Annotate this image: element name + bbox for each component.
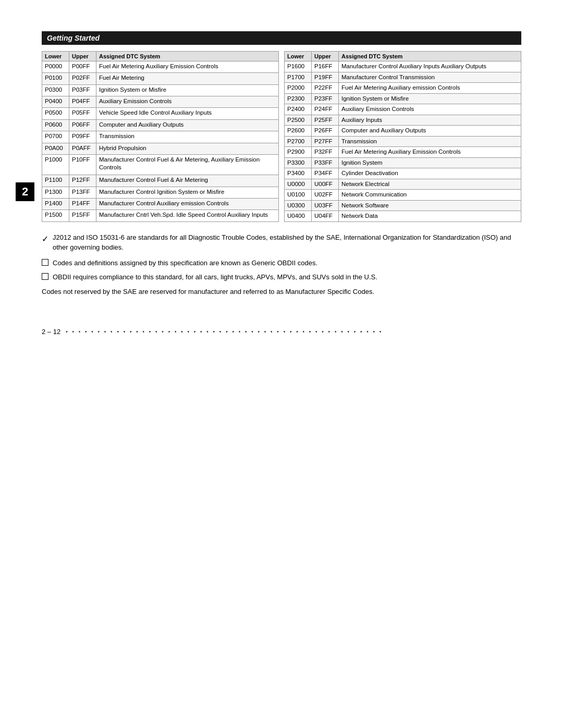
col-header-system-left: Assigned DTC System (96, 52, 279, 61)
col-header-lower-left: Lower (42, 52, 69, 61)
cell-upper: P26FF (312, 126, 339, 137)
cell-upper: P19FF (312, 72, 339, 83)
cell-lower: P2400 (285, 104, 312, 115)
table-row: P2000P22FFFuel Air Metering Auxiliary em… (285, 83, 521, 94)
cell-upper: P06FF (69, 119, 96, 131)
table-row: P2300P23FFIgnition System or Misfire (285, 93, 521, 104)
chapter-number: 2 (16, 182, 34, 201)
page-container: 2 Getting Started Lower Upper Assigned D… (42, 31, 521, 336)
note-plain: Codes not reserved by the SAE are reserv… (42, 287, 521, 297)
cell-upper: P10FF (69, 154, 96, 175)
cell-lower: P1000 (42, 154, 69, 175)
cell-system: Ignition System or Misfire (339, 93, 521, 104)
cell-system: Auxiliary Emission Controls (96, 96, 279, 108)
cell-system: Fuel Air Metering Auxiliary Emission Con… (96, 61, 279, 73)
cell-lower: P2600 (285, 126, 312, 137)
cell-system: Manufacturer Control Fuel & Air Metering (96, 175, 279, 187)
cell-upper: P32FF (312, 147, 339, 158)
cell-upper: P25FF (312, 115, 339, 126)
note-square: Codes and definitions assigned by this s… (42, 258, 521, 268)
table-row: P0000P00FFFuel Air Metering Auxiliary Em… (42, 61, 279, 73)
note-checkmark: ✓J2012 and ISO 15031-6 are standards for… (42, 232, 521, 253)
cell-system: Manufacturer Control Auxiliary Inputs Au… (339, 61, 521, 72)
cell-lower: U0300 (285, 200, 312, 211)
cell-system: Computer and Auxiliary Outputs (339, 126, 521, 137)
cell-lower: P0A00 (42, 143, 69, 154)
table-row: P0700P09FFTransmission (42, 131, 279, 143)
cell-system: Auxiliary Inputs (339, 115, 521, 126)
cell-lower: P0500 (42, 108, 69, 119)
table-row: U0300U03FFNetwork Software (285, 200, 521, 211)
cell-lower: P1300 (42, 187, 69, 198)
table-row: P0A00P0AFFHybrid Propulsion (42, 143, 279, 154)
cell-upper: P03FF (69, 84, 96, 96)
cell-upper: P15FF (69, 210, 96, 222)
cell-lower: P2900 (285, 147, 312, 158)
dtc-table-left: Lower Upper Assigned DTC System P0000P00… (42, 51, 279, 222)
table-row: U0000U00FFNetwork Electrical (285, 179, 521, 190)
col-header-upper-left: Upper (69, 52, 96, 61)
cell-lower: P0300 (42, 84, 69, 96)
table-row: P2500P25FFAuxiliary Inputs (285, 115, 521, 126)
cell-upper: P0AFF (69, 143, 96, 154)
cell-upper: P04FF (69, 96, 96, 108)
cell-upper: P00FF (69, 61, 96, 73)
cell-lower: P3400 (285, 168, 312, 179)
cell-system: Cylinder Deactivation (339, 168, 521, 179)
checkmark-icon: ✓ (42, 233, 48, 245)
cell-lower: P1100 (42, 175, 69, 187)
cell-upper: P02FF (69, 73, 96, 84)
cell-lower: P0100 (42, 73, 69, 84)
cell-lower: P2300 (285, 93, 312, 104)
cell-lower: P0700 (42, 131, 69, 143)
cell-upper: P16FF (312, 61, 339, 72)
cell-lower: P2000 (285, 83, 312, 94)
table-row: P1000P10FFManufacturer Control Fuel & Ai… (42, 154, 279, 175)
cell-upper: P09FF (69, 131, 96, 143)
cell-upper: P05FF (69, 108, 96, 119)
cell-system: Fuel Air Metering Auxiliary emission Con… (339, 83, 521, 94)
cell-system: Manufacturer Cntrl Veh.Spd. Idle Speed C… (96, 210, 279, 222)
square-icon (42, 259, 48, 266)
cell-system: Computer and Auxiliary Outputs (96, 119, 279, 131)
cell-lower: P0400 (42, 96, 69, 108)
note-text: J2012 and ISO 15031-6 are standards for … (53, 232, 521, 253)
cell-system: Fuel Air Metering Auxiliary Emission Con… (339, 147, 521, 158)
table-row: P3300P33FFIgnition System (285, 157, 521, 168)
table-row: P0300P03FFIgnition System or Misfire (42, 84, 279, 96)
cell-upper: P24FF (312, 104, 339, 115)
cell-upper: U04FF (312, 211, 339, 222)
table-row: P1500P15FFManufacturer Cntrl Veh.Spd. Id… (42, 210, 279, 222)
cell-system: Network Communication (339, 190, 521, 201)
cell-system: Network Data (339, 211, 521, 222)
cell-lower: P0600 (42, 119, 69, 131)
table-row: P3400P34FFCylinder Deactivation (285, 168, 521, 179)
cell-system: Manufacturer Control Auxiliary emission … (96, 198, 279, 209)
dtc-table-right: Lower Upper Assigned DTC System P1600P16… (284, 51, 521, 222)
page-number: 2 – 12 (42, 328, 60, 336)
table-row: P1100P12FFManufacturer Control Fuel & Ai… (42, 175, 279, 187)
table-row: P1600P16FFManufacturer Control Auxiliary… (285, 61, 521, 72)
table-row: P2700P27FFTransmission (285, 136, 521, 147)
cell-lower: P2500 (285, 115, 312, 126)
table-row: P2400P24FFAuxiliary Emission Controls (285, 104, 521, 115)
cell-system: Fuel Air Metering (96, 73, 279, 84)
table-row: P1400P14FFManufacturer Control Auxiliary… (42, 198, 279, 209)
cell-upper: P23FF (312, 93, 339, 104)
cell-upper: P14FF (69, 198, 96, 209)
cell-upper: P34FF (312, 168, 339, 179)
note-text: OBDII requires compliance to this standa… (53, 272, 377, 282)
cell-system: Network Electrical (339, 179, 521, 190)
section-header: Getting Started (42, 31, 521, 45)
cell-upper: U00FF (312, 179, 339, 190)
table-row: U0400U04FFNetwork Data (285, 211, 521, 222)
tables-container: Lower Upper Assigned DTC System P0000P00… (42, 51, 521, 222)
cell-system: Auxiliary Emission Controls (339, 104, 521, 115)
cell-upper: P33FF (312, 157, 339, 168)
footer-dots: • • • • • • • • • • • • • • • • • • • • … (66, 329, 521, 335)
table-row: P0400P04FFAuxiliary Emission Controls (42, 96, 279, 108)
table-row: P2600P26FFComputer and Auxiliary Outputs (285, 126, 521, 137)
cell-system: Vehicle Speed Idle Control Auxiliary Inp… (96, 108, 279, 119)
table-row: U0100U02FFNetwork Communication (285, 190, 521, 201)
note-text: Codes and definitions assigned by this s… (53, 258, 317, 268)
